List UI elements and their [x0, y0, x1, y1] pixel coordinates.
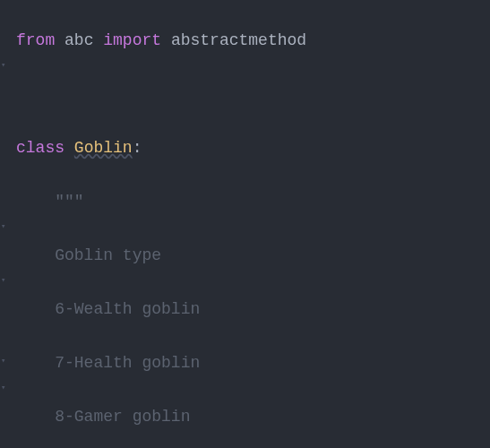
docstring-quote: """	[55, 193, 83, 211]
code-line: 8-Gamer goblin	[16, 403, 490, 430]
code-line: Goblin type	[16, 242, 490, 269]
class-name: Goblin	[74, 139, 133, 157]
fold-marker-icon[interactable]: ▾	[1, 277, 8, 284]
imported-symbol: abstractmethod	[171, 31, 306, 49]
code-editor[interactable]: from abc import abstractmethod class Gob…	[0, 0, 490, 448]
docstring-text: 8-Gamer goblin	[55, 408, 190, 426]
keyword-from: from	[16, 31, 55, 49]
docstring-text: Goblin type	[55, 246, 161, 264]
fold-marker-icon[interactable]: ▾	[1, 384, 8, 392]
module-name: abc	[64, 31, 93, 49]
docstring-text: 6-Wealth goblin	[55, 300, 200, 318]
code-line: """	[16, 188, 490, 215]
code-line	[16, 81, 490, 108]
code-line: from abc import abstractmethod	[16, 27, 490, 54]
code-line: class Goblin:	[16, 134, 490, 161]
keyword-import: import	[103, 31, 161, 49]
gutter: ▾ ▾ ▾ ▾ ▾	[0, 0, 9, 448]
colon: :	[133, 139, 142, 157]
code-line: 7-Health goblin	[16, 349, 490, 376]
keyword-class: class	[16, 139, 64, 157]
code-line: 6-Wealth goblin	[16, 296, 490, 323]
docstring-text: 7-Health goblin	[55, 354, 200, 372]
fold-marker-icon[interactable]: ▾	[1, 223, 8, 230]
fold-marker-icon[interactable]: ▾	[1, 62, 8, 69]
fold-marker-icon[interactable]: ▾	[1, 358, 8, 365]
